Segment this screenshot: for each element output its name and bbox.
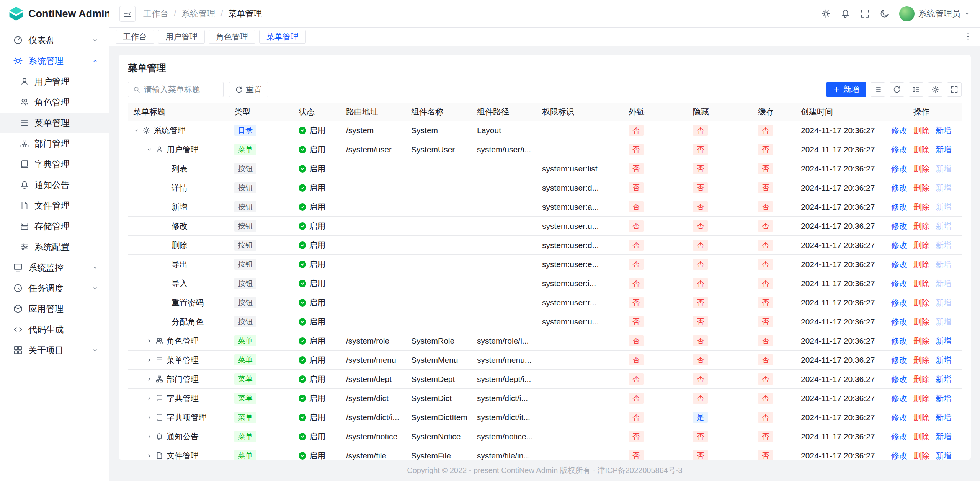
edit-action[interactable]: 修改	[891, 125, 907, 136]
sidebar-item-role[interactable]: 角色管理	[0, 92, 109, 113]
sidebar-item-user[interactable]: 用户管理	[0, 71, 109, 92]
delete-action[interactable]: 删除	[913, 450, 929, 460]
list-view-button[interactable]	[871, 82, 885, 97]
edit-action[interactable]: 修改	[891, 144, 907, 155]
sidebar-item-monitor[interactable]: 系统监控	[0, 257, 109, 278]
tab-role[interactable]: 角色管理	[209, 30, 255, 44]
add-button[interactable]: 新增	[826, 82, 866, 97]
add-action[interactable]: 新增	[936, 374, 952, 385]
add-action[interactable]: 新增	[936, 336, 952, 346]
add-action[interactable]: 新增	[936, 163, 952, 174]
fullscreen-button[interactable]	[860, 9, 870, 18]
add-action[interactable]: 新增	[936, 278, 952, 289]
sidebar-item-file[interactable]: 文件管理	[0, 195, 109, 216]
edit-action[interactable]: 修改	[891, 412, 907, 423]
breadcrumb-item[interactable]: 菜单管理	[228, 8, 262, 20]
edit-action[interactable]: 修改	[891, 431, 907, 442]
delete-action[interactable]: 删除	[913, 278, 929, 289]
delete-action[interactable]: 删除	[913, 316, 929, 327]
sidebar-item-menu[interactable]: 菜单管理	[0, 113, 109, 133]
edit-action[interactable]: 修改	[891, 355, 907, 365]
edit-action[interactable]: 修改	[891, 183, 907, 193]
refresh-table-button[interactable]	[890, 82, 904, 97]
sidebar-item-config[interactable]: 系统配置	[0, 236, 109, 257]
edit-action[interactable]: 修改	[891, 336, 907, 346]
row-expand-toggle[interactable]	[146, 414, 152, 421]
sidebar-item-storage[interactable]: 存储管理	[0, 216, 109, 236]
sidebar-item-notice[interactable]: 通知公告	[0, 174, 109, 195]
add-action[interactable]: 新增	[936, 183, 952, 193]
edit-action[interactable]: 修改	[891, 259, 907, 270]
column-settings-button[interactable]	[928, 82, 942, 97]
delete-action[interactable]: 删除	[913, 202, 929, 212]
sidebar-collapse-button[interactable]	[119, 6, 136, 22]
delete-action[interactable]: 删除	[913, 431, 929, 442]
row-expand-toggle[interactable]	[133, 127, 139, 134]
sidebar-item-about[interactable]: 关于项目	[0, 340, 109, 360]
tab-menu[interactable]: 菜单管理	[259, 30, 306, 44]
row-expand-toggle[interactable]	[146, 338, 152, 344]
edit-action[interactable]: 修改	[891, 374, 907, 385]
edit-action[interactable]: 修改	[891, 240, 907, 251]
row-expand-toggle[interactable]	[146, 434, 152, 440]
add-action[interactable]: 新增	[936, 450, 952, 460]
delete-action[interactable]: 删除	[913, 125, 929, 136]
logo[interactable]: ContiNew Admin	[0, 0, 109, 28]
edit-action[interactable]: 修改	[891, 202, 907, 212]
add-action[interactable]: 新增	[936, 412, 952, 423]
user-menu[interactable]: 系统管理员	[899, 6, 970, 21]
add-action[interactable]: 新增	[936, 144, 952, 155]
add-action[interactable]: 新增	[936, 297, 952, 308]
theme-settings-button[interactable]	[821, 9, 831, 18]
sidebar-item-codegen[interactable]: 代码生成	[0, 319, 109, 340]
delete-action[interactable]: 删除	[913, 144, 929, 155]
tabs-more-button[interactable]	[962, 32, 974, 41]
sidebar-item-app-manage[interactable]: 应用管理	[0, 298, 109, 319]
dark-mode-button[interactable]	[880, 9, 889, 18]
delete-action[interactable]: 删除	[913, 183, 929, 193]
sidebar-item-dept[interactable]: 部门管理	[0, 133, 109, 154]
row-expand-toggle[interactable]	[146, 357, 152, 363]
table-fullscreen-button[interactable]	[947, 82, 962, 97]
add-action[interactable]: 新增	[936, 221, 952, 232]
delete-action[interactable]: 删除	[913, 259, 929, 270]
edit-action[interactable]: 修改	[891, 393, 907, 404]
row-expand-toggle[interactable]	[146, 376, 152, 382]
delete-action[interactable]: 删除	[913, 412, 929, 423]
add-action[interactable]: 新增	[936, 393, 952, 404]
search-input[interactable]	[144, 85, 219, 94]
delete-action[interactable]: 删除	[913, 374, 929, 385]
breadcrumb-item[interactable]: 系统管理	[181, 8, 215, 20]
row-expand-toggle[interactable]	[146, 395, 152, 401]
tab-workbench[interactable]: 工作台	[116, 30, 154, 44]
delete-action[interactable]: 删除	[913, 221, 929, 232]
row-expand-toggle[interactable]	[146, 147, 152, 153]
edit-action[interactable]: 修改	[891, 450, 907, 460]
row-expand-toggle[interactable]	[146, 453, 152, 459]
add-action[interactable]: 新增	[936, 202, 952, 212]
edit-action[interactable]: 修改	[891, 221, 907, 232]
edit-action[interactable]: 修改	[891, 297, 907, 308]
edit-action[interactable]: 修改	[891, 278, 907, 289]
edit-action[interactable]: 修改	[891, 163, 907, 174]
sidebar-item-dict[interactable]: 字典管理	[0, 154, 109, 174]
delete-action[interactable]: 删除	[913, 163, 929, 174]
row-height-button[interactable]	[909, 82, 923, 97]
delete-action[interactable]: 删除	[913, 240, 929, 251]
add-action[interactable]: 新增	[936, 259, 952, 270]
delete-action[interactable]: 删除	[913, 393, 929, 404]
notifications-button[interactable]	[841, 9, 850, 18]
add-action[interactable]: 新增	[936, 125, 952, 136]
delete-action[interactable]: 删除	[913, 297, 929, 308]
sidebar-item-schedule[interactable]: 任务调度	[0, 278, 109, 298]
edit-action[interactable]: 修改	[891, 316, 907, 327]
breadcrumb-item[interactable]: 工作台	[143, 8, 168, 20]
add-action[interactable]: 新增	[936, 355, 952, 365]
reset-button[interactable]: 重置	[229, 82, 268, 97]
delete-action[interactable]: 删除	[913, 355, 929, 365]
add-action[interactable]: 新增	[936, 431, 952, 442]
tab-user[interactable]: 用户管理	[158, 30, 205, 44]
sidebar-item-system[interactable]: 系统管理	[0, 51, 109, 71]
sidebar-item-dashboard[interactable]: 仪表盘	[0, 30, 109, 51]
delete-action[interactable]: 删除	[913, 336, 929, 346]
